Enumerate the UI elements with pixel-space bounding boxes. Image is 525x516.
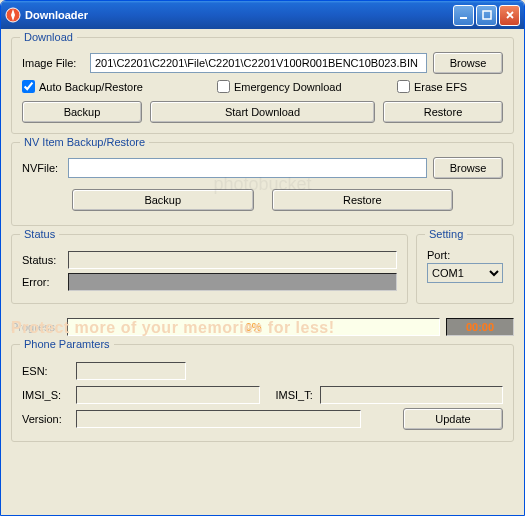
download-group: Download Image File: Browse Auto Backup/…	[11, 37, 514, 134]
app-icon	[5, 7, 21, 23]
esn-field	[76, 362, 186, 380]
imsi-t-field	[320, 386, 504, 404]
setting-legend: Setting	[425, 228, 467, 240]
nv-restore-button[interactable]: Restore	[272, 189, 454, 211]
imsi-t-label: IMSI_T:	[266, 389, 314, 401]
imsi-s-field	[76, 386, 260, 404]
imsi-s-label: IMSI_S:	[22, 389, 70, 401]
svg-rect-1	[460, 17, 467, 19]
status-legend: Status	[20, 228, 59, 240]
progress-label: Progress:	[11, 321, 61, 333]
download-legend: Download	[20, 31, 77, 43]
nv-group: NV Item Backup/Restore NVFile: Browse Ba…	[11, 142, 514, 226]
erase-efs-checkbox[interactable]: Erase EFS	[397, 80, 503, 93]
port-select[interactable]: COM1	[427, 263, 503, 283]
svg-rect-2	[483, 11, 491, 19]
time-display: 00:00	[446, 318, 514, 336]
phone-legend: Phone Paramters	[20, 338, 114, 350]
phone-params-group: Phone Paramters ESN: IMSI_S: IMSI_T: Ver…	[11, 344, 514, 442]
browse-nv-button[interactable]: Browse	[433, 157, 503, 179]
restore-button[interactable]: Restore	[383, 101, 503, 123]
status-label: Status:	[22, 254, 62, 266]
minimize-button[interactable]	[453, 5, 474, 26]
version-field	[76, 410, 361, 428]
version-label: Version:	[22, 413, 70, 425]
status-field	[68, 251, 397, 269]
error-field	[68, 273, 397, 291]
emergency-download-checkbox[interactable]: Emergency Download	[217, 80, 397, 93]
update-button[interactable]: Update	[403, 408, 503, 430]
esn-label: ESN:	[22, 365, 70, 377]
nv-backup-button[interactable]: Backup	[72, 189, 254, 211]
nvfile-label: NVFile:	[22, 162, 62, 174]
nv-legend: NV Item Backup/Restore	[20, 136, 149, 148]
backup-button[interactable]: Backup	[22, 101, 142, 123]
close-button[interactable]	[499, 5, 520, 26]
progress-bar: 0%	[67, 318, 440, 336]
titlebar: Downloader	[1, 1, 524, 29]
nvfile-input[interactable]	[68, 158, 427, 178]
window-title: Downloader	[25, 9, 453, 21]
port-label: Port:	[427, 249, 503, 261]
start-download-button[interactable]: Start Download	[150, 101, 375, 123]
image-file-input[interactable]	[90, 53, 427, 73]
image-file-label: Image File:	[22, 57, 84, 69]
browse-image-button[interactable]: Browse	[433, 52, 503, 74]
maximize-button[interactable]	[476, 5, 497, 26]
setting-group: Setting Port: COM1	[416, 234, 514, 304]
auto-backup-checkbox[interactable]: Auto Backup/Restore	[22, 80, 217, 93]
status-group: Status Status: Error:	[11, 234, 408, 304]
error-label: Error:	[22, 276, 62, 288]
